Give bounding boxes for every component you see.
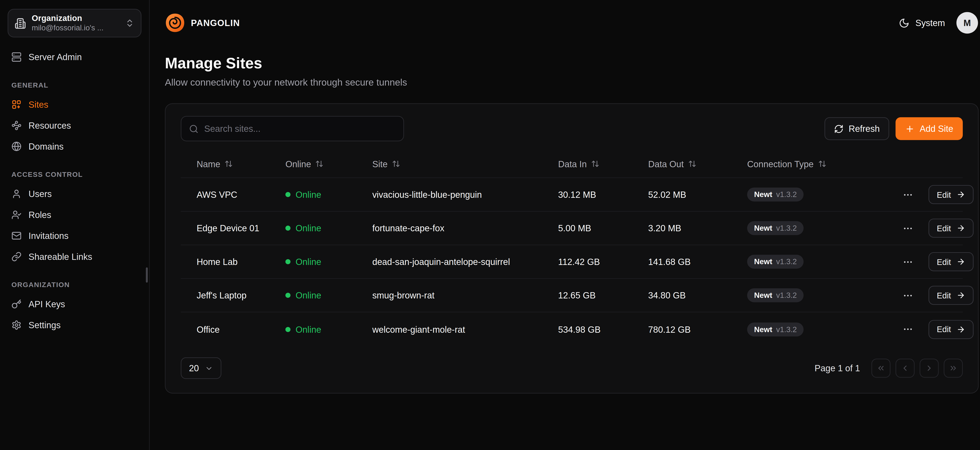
row-menu-button[interactable]: [901, 323, 915, 336]
sidebar-item-shareable-links[interactable]: Shareable Links: [8, 246, 142, 267]
row-menu-button[interactable]: [901, 222, 915, 235]
scrollbar-thumb[interactable]: [146, 268, 148, 283]
sidebar-item-resources[interactable]: Resources: [8, 115, 142, 136]
row-menu-button[interactable]: [901, 188, 915, 201]
page-content: Manage Sites Allow connectivity to your …: [150, 46, 980, 394]
sidebar-item-server-admin[interactable]: Server Admin: [8, 46, 142, 67]
site-name-cell: Jeff's Laptop: [197, 290, 285, 300]
tunnel-name-cell: smug-brown-rat: [372, 290, 558, 300]
add-site-label: Add Site: [920, 124, 953, 134]
online-label: Online: [296, 190, 321, 200]
edit-label: Edit: [937, 257, 951, 266]
edit-button[interactable]: Edit: [929, 320, 974, 339]
client-name: Newt: [754, 257, 772, 266]
refresh-button[interactable]: Refresh: [824, 117, 889, 140]
sidebar-item-api-keys[interactable]: API Keys: [8, 293, 142, 314]
key-icon: [11, 299, 22, 309]
online-label: Online: [296, 324, 321, 334]
sort-icon: [392, 160, 400, 168]
tunnel-name-cell: welcome-giant-mole-rat: [372, 324, 558, 334]
row-actions: Edit: [901, 185, 974, 204]
sidebar-item-label: Server Admin: [29, 52, 82, 62]
online-status-cell: Online: [285, 223, 372, 233]
avatar[interactable]: M: [956, 12, 978, 33]
client-version: v1.3.2: [776, 291, 797, 299]
sidebar-item-label: API Keys: [29, 299, 65, 309]
site-name-cell: Office: [197, 324, 285, 334]
edit-button[interactable]: Edit: [929, 219, 974, 238]
connection-type-cell: Newt v1.3.2: [747, 221, 901, 235]
last-page-button[interactable]: [944, 359, 963, 378]
sidebar-item-invitations[interactable]: Invitations: [8, 225, 142, 246]
column-header-data-in[interactable]: Data In: [558, 159, 648, 169]
client-version: v1.3.2: [776, 190, 797, 199]
column-label: Site: [372, 159, 388, 169]
online-status-cell: Online: [285, 324, 372, 334]
edit-button[interactable]: Edit: [929, 286, 974, 305]
section-label-general: GENERAL: [11, 81, 138, 89]
org-picker[interactable]: Organization milo@fossorial.io's ...: [8, 9, 142, 37]
column-header-online[interactable]: Online: [285, 159, 372, 169]
connection-badge: Newt v1.3.2: [747, 288, 804, 302]
ellipsis-icon: [902, 290, 913, 301]
table-row: Home Lab Online dead-san-joaquin-antelop…: [181, 245, 963, 279]
add-site-button[interactable]: Add Site: [896, 117, 963, 140]
client-name: Newt: [754, 325, 772, 333]
refresh-label: Refresh: [849, 124, 880, 134]
role-icon: [11, 209, 22, 220]
ellipsis-icon: [902, 189, 913, 200]
tunnel-name-cell: fortunate-cape-fox: [372, 223, 558, 233]
chevron-left-icon: [900, 364, 910, 372]
previous-page-button[interactable]: [896, 359, 915, 378]
sidebar-item-domains[interactable]: Domains: [8, 136, 142, 157]
row-menu-button[interactable]: [901, 255, 915, 268]
sidebar: Organization milo@fossorial.io's ... Ser…: [0, 0, 150, 450]
table-row: AWS VPC Online vivacious-little-blue-pen…: [181, 178, 963, 212]
site-name-cell: Home Lab: [197, 257, 285, 267]
edit-button[interactable]: Edit: [929, 252, 974, 271]
sidebar-item-label: Settings: [29, 320, 61, 330]
row-actions: Edit: [901, 219, 974, 238]
sidebar-item-label: Invitations: [29, 230, 68, 241]
toolbar-actions: Refresh Add Site: [824, 117, 963, 140]
page-size-value: 20: [189, 363, 199, 373]
section-label-access-control: ACCESS CONTROL: [11, 170, 138, 178]
arrow-right-icon: [957, 257, 966, 266]
chevrons-left-icon: [877, 364, 885, 372]
arrow-right-icon: [957, 223, 966, 233]
online-label: Online: [296, 257, 321, 267]
column-header-site[interactable]: Site: [372, 159, 558, 169]
data-out-cell: 34.80 GB: [648, 290, 747, 300]
connection-type-cell: Newt v1.3.2: [747, 288, 901, 302]
theme-toggle[interactable]: System: [899, 17, 945, 28]
client-name: Newt: [754, 223, 772, 233]
column-header-connection-type[interactable]: Connection Type: [747, 159, 901, 169]
column-header-data-out[interactable]: Data Out: [648, 159, 747, 169]
sidebar-item-label: Resources: [29, 120, 71, 130]
data-in-cell: 534.98 GB: [558, 324, 648, 334]
table-row: Jeff's Laptop Online smug-brown-rat 12.6…: [181, 279, 963, 312]
data-in-cell: 5.00 MB: [558, 223, 648, 233]
tunnel-name-cell: vivacious-little-blue-penguin: [372, 190, 558, 200]
edit-label: Edit: [937, 223, 951, 233]
sidebar-item-sites[interactable]: Sites: [8, 94, 142, 115]
column-header-name[interactable]: Name: [197, 159, 285, 169]
page-size-select[interactable]: 20: [181, 357, 221, 379]
data-in-cell: 112.42 GB: [558, 257, 648, 267]
site-name-cell: AWS VPC: [197, 190, 285, 200]
online-status-cell: Online: [285, 190, 372, 200]
sidebar-item-users[interactable]: Users: [8, 183, 142, 204]
first-page-button[interactable]: [872, 359, 891, 378]
connection-badge: Newt v1.3.2: [747, 255, 804, 269]
edit-button[interactable]: Edit: [929, 185, 974, 204]
data-out-cell: 3.20 MB: [648, 223, 747, 233]
mail-icon: [11, 230, 22, 241]
sidebar-item-roles[interactable]: Roles: [8, 204, 142, 225]
search-input[interactable]: [204, 124, 396, 134]
org-picker-text: Organization milo@fossorial.io's ...: [32, 13, 119, 33]
sidebar-item-settings[interactable]: Settings: [8, 314, 142, 335]
row-menu-button[interactable]: [901, 288, 915, 302]
next-page-button[interactable]: [920, 359, 939, 378]
chevrons-up-down-icon: [125, 18, 134, 28]
building-icon: [14, 17, 26, 29]
